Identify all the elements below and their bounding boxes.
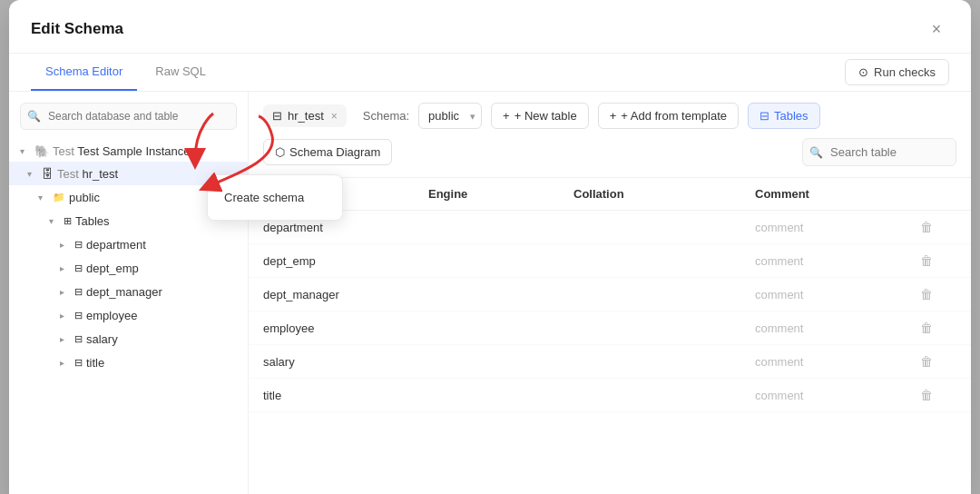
tree-arrow-title: ▸ — [60, 358, 71, 368]
main-content: 🔍 ▾ 🐘 Test Test Sample Instance ▾ 🗄 — [9, 92, 971, 494]
tree-more-btn-dept-manager[interactable]: ··· — [226, 283, 240, 300]
tree-icon-db: 🗄 — [42, 167, 54, 181]
cell-comment-dept-manager: comment — [755, 288, 920, 301]
cell-comment-department: comment — [755, 221, 920, 234]
tab-badge-close-button[interactable]: × — [331, 110, 338, 123]
new-table-icon: + — [503, 109, 510, 123]
col-header-collation: Collation — [573, 187, 755, 201]
tree-more-btn-employee[interactable]: ··· — [226, 307, 240, 323]
tree-copy-btn-employee[interactable]: ⧉ — [211, 307, 224, 323]
tree-more-btn-department[interactable]: ··· — [226, 236, 240, 252]
sidebar: 🔍 ▾ 🐘 Test Test Sample Instance ▾ 🗄 — [9, 92, 249, 494]
add-template-label: + Add from template — [621, 109, 727, 123]
tree-icon-dept-manager: ⊟ — [74, 286, 83, 298]
cell-actions-dept-manager: 🗑 — [920, 287, 956, 301]
table-header-row: Engine Collation Comment — [249, 178, 971, 211]
tree-item-salary[interactable]: ▸ ⊟ salary ⧉ ··· — [9, 327, 248, 351]
tabs-container: Schema Editor Raw SQL — [31, 54, 220, 91]
tree-copy-btn-dept-manager[interactable]: ⧉ — [211, 283, 224, 300]
tabs-bar: Schema Editor Raw SQL ⊙ Run checks — [9, 54, 971, 92]
cell-actions-department: 🗑 — [920, 220, 956, 234]
right-panel: ⊟ hr_test × Schema: public ▾ + + New tab… — [249, 92, 971, 494]
cell-name-department: department — [263, 221, 428, 234]
tables-icon: ⊟ — [760, 109, 769, 123]
close-button[interactable]: × — [924, 16, 949, 42]
cell-comment-salary: comment — [755, 355, 920, 369]
tree-arrow-instance: ▾ — [20, 146, 31, 156]
tab-badge-icon: ⊟ — [272, 109, 282, 123]
tree-label-dept-manager: dept_manager — [86, 285, 207, 299]
tree-label-department: department — [86, 238, 207, 252]
schema-diagram-button[interactable]: ⬡ Schema Diagram — [263, 139, 392, 165]
add-from-template-button[interactable]: + + Add from template — [598, 103, 739, 129]
sidebar-search-area: 🔍 — [9, 92, 248, 137]
cell-name-dept-manager: dept_manager — [263, 288, 428, 301]
delete-btn-department[interactable]: 🗑 — [920, 220, 933, 234]
search-table-input[interactable] — [802, 138, 956, 166]
tree-arrow-salary: ▸ — [60, 334, 71, 344]
delete-btn-title[interactable]: 🗑 — [920, 388, 933, 402]
run-checks-button[interactable]: ⊙ Run checks — [845, 59, 949, 85]
cell-name-dept-emp: dept_emp — [263, 254, 428, 268]
tree-arrow-hr-test: ▾ — [27, 169, 38, 179]
tree-more-btn-salary[interactable]: ··· — [226, 331, 240, 347]
tree-copy-btn-title[interactable]: ⧉ — [211, 354, 224, 370]
new-table-button[interactable]: + + New table — [491, 103, 589, 129]
tree-icon-dept-emp: ⊟ — [74, 262, 83, 274]
cell-actions-salary: 🗑 — [920, 354, 956, 369]
cell-actions-dept-emp: 🗑 — [920, 253, 956, 268]
tree-item-title[interactable]: ▸ ⊟ title ⧉ ··· — [9, 351, 248, 374]
tree-copy-btn-salary[interactable]: ⧉ — [211, 331, 224, 347]
tab-raw-sql[interactable]: Raw SQL — [141, 54, 220, 91]
delete-btn-salary[interactable]: 🗑 — [920, 354, 933, 369]
search-table-wrap: 🔍 — [802, 138, 956, 166]
sidebar-search-wrap: 🔍 — [20, 103, 237, 130]
tree-copy-btn-dept-emp[interactable]: ⧉ — [211, 260, 224, 276]
modal: Edit Schema × Schema Editor Raw SQL ⊙ Ru… — [9, 0, 971, 494]
tables-button[interactable]: ⊟ Tables — [748, 103, 820, 129]
delete-btn-employee[interactable]: 🗑 — [920, 321, 933, 335]
tables-label: Tables — [774, 109, 808, 123]
tree-item-dept-emp[interactable]: ▸ ⊟ dept_emp ⧉ ··· — [9, 256, 248, 280]
cell-name-employee: employee — [263, 321, 428, 335]
table-row: employee comment 🗑 — [249, 311, 971, 345]
delete-btn-dept-manager[interactable]: 🗑 — [920, 287, 933, 301]
tree-label-title: title — [86, 356, 207, 370]
tree-label-instance: Test Test Sample Instance — [53, 144, 240, 158]
cell-actions-title: 🗑 — [920, 388, 956, 402]
tree-copy-btn-department[interactable]: ⧉ — [211, 236, 224, 252]
diagram-icon: ⬡ — [275, 145, 285, 159]
create-schema-menu-item[interactable]: Create schema — [208, 183, 342, 212]
tree-arrow-tables: ▾ — [49, 216, 60, 226]
table-row: dept_emp comment 🗑 — [249, 244, 971, 278]
tree-item-employee[interactable]: ▸ ⊟ employee ⧉ ··· — [9, 303, 248, 327]
create-schema-popover: Create schema — [207, 174, 343, 221]
sidebar-search-input[interactable] — [20, 103, 237, 130]
run-checks-icon: ⊙ — [858, 65, 868, 79]
sidebar-search-icon: 🔍 — [27, 110, 41, 123]
tab-schema-editor[interactable]: Schema Editor — [31, 54, 137, 91]
tree-item-dept-manager[interactable]: ▸ ⊟ dept_manager ⧉ ··· — [9, 280, 248, 303]
table-row: title comment 🗑 — [249, 379, 971, 412]
delete-btn-dept-emp[interactable]: 🗑 — [920, 253, 933, 268]
tree-label-salary: salary — [86, 332, 207, 346]
new-table-label: + New table — [514, 109, 577, 123]
tree-more-btn-title[interactable]: ··· — [226, 354, 240, 370]
table-row: department comment 🗑 — [249, 211, 971, 244]
schema-select[interactable]: public — [418, 103, 482, 129]
tree-item-department[interactable]: ▸ ⊟ department ⧉ ··· — [9, 232, 248, 256]
cell-comment-dept-emp: comment — [755, 254, 920, 268]
tree-item-instance[interactable]: ▾ 🐘 Test Test Sample Instance — [9, 141, 248, 162]
cell-name-title: title — [263, 389, 428, 402]
cell-actions-employee: 🗑 — [920, 321, 956, 335]
tree-icon-tables: ⊞ — [64, 215, 72, 227]
col-header-comment: Comment — [755, 187, 920, 201]
active-tab-badge: ⊟ hr_test × — [263, 104, 347, 127]
table-area: Engine Collation Comment department comm… — [249, 178, 971, 494]
tree-more-btn-dept-emp[interactable]: ··· — [226, 260, 240, 276]
tree-arrow-public: ▾ — [38, 193, 49, 203]
tree-icon-employee: ⊟ — [74, 310, 83, 321]
tree-arrow-dept-manager: ▸ — [60, 287, 71, 297]
diagram-label: Schema Diagram — [289, 145, 380, 159]
cell-comment-title: comment — [755, 389, 920, 402]
